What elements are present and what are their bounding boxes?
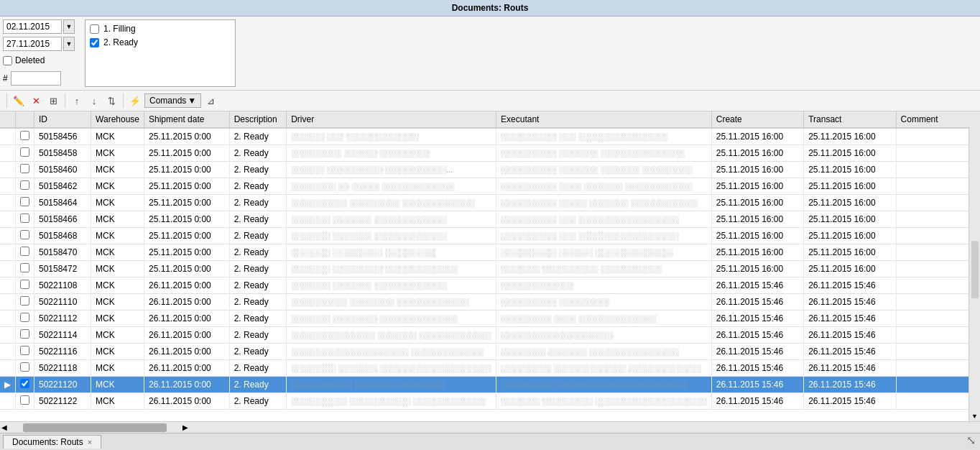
row-checkbox-cell[interactable] (16, 228, 34, 244)
row-checkbox-cell[interactable] (16, 327, 34, 344)
table-row[interactable]: 50158456 MCK 25.11.2015 0:00 2. Ready ░░… (0, 128, 980, 145)
col-executant-header[interactable]: Executant (496, 111, 712, 128)
delete-button[interactable]: ✕ (28, 93, 44, 109)
row-shipdate: 26.11.2015 0:00 (144, 294, 230, 311)
filter-button[interactable]: ⊿ (203, 93, 218, 109)
row-checkbox-cell[interactable] (16, 145, 34, 162)
deleted-checkbox[interactable] (3, 56, 12, 65)
row-executant: ░░░░░░░░░░ ░░░░░ ░░░░░░░ ░░░░░░░░░░░░ (496, 195, 712, 211)
grid-button[interactable]: ⊞ (45, 93, 61, 109)
commands-dropdown-btn[interactable]: Comands ▼ (144, 93, 201, 108)
table-row[interactable]: 50221114 MCK 26.11.2015 0:00 2. Ready ░░… (0, 327, 980, 344)
row-select-checkbox[interactable] (20, 131, 29, 140)
table-row[interactable]: 50158462 MCK 25.11.2015 0:00 2. Ready ░░… (0, 178, 980, 195)
row-checkbox-cell[interactable] (16, 128, 34, 145)
table-row[interactable]: 50158470 MCK 25.11.2015 0:00 2. Ready ░░… (0, 244, 980, 261)
row-select-checkbox[interactable] (20, 213, 29, 223)
col-id-header[interactable]: ID (34, 111, 91, 128)
row-checkbox-cell[interactable] (16, 211, 34, 228)
col-desc-header[interactable]: Description (229, 111, 287, 128)
row-select-checkbox[interactable] (20, 379, 29, 388)
row-checkbox-cell[interactable] (16, 178, 34, 195)
row-select-checkbox[interactable] (20, 263, 29, 272)
toolbar-sep2 (65, 93, 65, 108)
lightning-button[interactable]: ⚡ (127, 93, 143, 109)
row-checkbox-cell[interactable] (16, 393, 34, 410)
table-row[interactable]: 50158460 MCK 25.11.2015 0:00 2. Ready ░░… (0, 162, 980, 178)
row-id: 50221108 (34, 277, 91, 294)
filling-checkbox[interactable] (90, 24, 99, 34)
row-select-checkbox[interactable] (20, 247, 29, 256)
table-row[interactable]: 50221116 MCK 26.11.2015 0:00 2. Ready ░░… (0, 344, 980, 360)
row-checkbox-cell[interactable] (16, 377, 34, 393)
row-select-checkbox[interactable] (20, 280, 29, 289)
row-checkbox-cell[interactable] (16, 162, 34, 178)
col-create-header[interactable]: Create (711, 111, 803, 128)
row-select-checkbox[interactable] (20, 362, 29, 372)
row-checkbox-cell[interactable] (16, 311, 34, 327)
row-checkbox-cell[interactable] (16, 344, 34, 360)
table-row[interactable]: ▶ 50221120 MCK 26.11.2015 0:00 2. Ready … (0, 377, 980, 393)
vertical-scrollbar[interactable]: ▲ ▼ (969, 111, 980, 421)
row-checkbox-cell[interactable] (16, 261, 34, 277)
row-select-checkbox[interactable] (20, 329, 29, 339)
table-row[interactable]: 50221122 MCK 26.11.2015 0:00 2. Ready ░░… (0, 393, 980, 410)
table-body: 50158456 MCK 25.11.2015 0:00 2. Ready ░░… (0, 128, 980, 410)
date-from-dropdown[interactable]: ▼ (63, 19, 75, 34)
col-driver-header[interactable]: Driver (287, 111, 496, 128)
sort-button[interactable]: ⇅ (103, 93, 119, 109)
col-comment-header[interactable]: Comment (896, 111, 979, 128)
table-row[interactable]: 50221108 MCK 26.11.2015 0:00 2. Ready ░░… (0, 277, 980, 294)
scroll-left-arrow[interactable]: ◀ (0, 423, 9, 431)
filter-filling-item[interactable]: 1. Filling (88, 23, 232, 35)
row-desc: 2. Ready (229, 294, 287, 311)
down-button[interactable]: ↓ (86, 93, 102, 109)
col-shipdate-header[interactable]: Shipment date (144, 111, 230, 128)
table-row[interactable]: 50221118 MCK 26.11.2015 0:00 2. Ready ░░… (0, 360, 980, 377)
row-select-checkbox[interactable] (20, 147, 29, 157)
row-id: 50158464 (34, 195, 91, 211)
row-checkbox-cell[interactable] (16, 244, 34, 261)
col-warehouse-header[interactable]: Warehouse (91, 111, 144, 128)
scroll-down-arrow[interactable]: ▼ (970, 411, 980, 421)
table-container[interactable]: ID Warehouse Shipment date Description D… (0, 111, 980, 421)
table-row[interactable]: 50158468 MCK 25.11.2015 0:00 2. Ready ░░… (0, 228, 980, 244)
row-select-checkbox[interactable] (20, 197, 29, 206)
table-row[interactable]: 50158464 MCK 25.11.2015 0:00 2. Ready ░░… (0, 195, 980, 211)
commands-label: Comands (149, 96, 186, 106)
row-warehouse: MCK (91, 393, 144, 410)
date-to-dropdown[interactable]: ▼ (63, 37, 75, 51)
table-row[interactable]: 50158458 MCK 25.11.2015 0:00 2. Ready ░░… (0, 145, 980, 162)
table-row[interactable]: 50221110 MCK 26.11.2015 0:00 2. Ready ░░… (0, 294, 980, 311)
row-checkbox-cell[interactable] (16, 277, 34, 294)
up-button[interactable]: ↑ (69, 93, 85, 109)
row-select-checkbox[interactable] (20, 395, 29, 405)
table-row[interactable]: 50221112 MCK 26.11.2015 0:00 2. Ready ░░… (0, 311, 980, 327)
row-select-checkbox[interactable] (20, 346, 29, 355)
date-from-input[interactable] (3, 19, 62, 34)
filter-ready-item[interactable]: 2. Ready (88, 37, 232, 48)
row-driver: ░░░░░░░░ ░░ ░░░░░ ░░░░░░░░░░░░░ (287, 178, 496, 195)
row-select-checkbox[interactable] (20, 180, 29, 190)
row-checkbox-cell[interactable] (16, 360, 34, 377)
edit-button[interactable]: ✏️ (11, 93, 27, 109)
hash-input[interactable] (11, 71, 61, 86)
row-select-checkbox[interactable] (20, 313, 29, 322)
row-checkbox-cell[interactable] (16, 294, 34, 311)
col-transact-header[interactable]: Transact (804, 111, 896, 128)
date-to-input[interactable] (3, 37, 62, 51)
row-select-checkbox[interactable] (20, 230, 29, 239)
row-checkbox-cell[interactable] (16, 195, 34, 211)
row-transact: 25.11.2015 16:00 (804, 261, 896, 277)
tab-close-button[interactable]: × (88, 438, 92, 446)
ready-checkbox[interactable] (90, 38, 99, 47)
scroll-right-arrow[interactable]: ▶ (181, 423, 190, 431)
horizontal-scrollbar[interactable]: ◀ ▶ (0, 421, 980, 433)
row-comment (896, 145, 979, 162)
tab-documents-routs[interactable]: Documents: Routs × (3, 435, 101, 449)
row-warehouse: MCK (91, 178, 144, 195)
table-row[interactable]: 50158472 MCK 25.11.2015 0:00 2. Ready ░░… (0, 261, 980, 277)
row-select-checkbox[interactable] (20, 164, 29, 173)
row-select-checkbox[interactable] (20, 296, 29, 306)
table-row[interactable]: 50158466 MCK 25.11.2015 0:00 2. Ready ░░… (0, 211, 980, 228)
